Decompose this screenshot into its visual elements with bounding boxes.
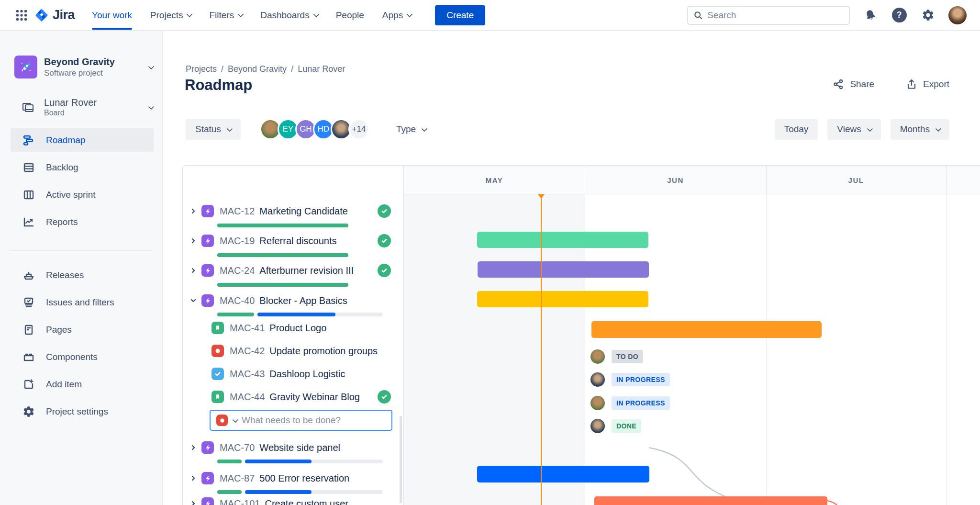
child-issue-row[interactable]: MAC-42 Update promotion groups [183,344,403,358]
gantt-bar-mac-24[interactable] [477,291,648,307]
create-issue-inline-form[interactable] [210,410,392,431]
sidebar-item-label: Components [46,352,98,362]
gantt-bar-mac-40[interactable] [591,321,822,338]
sidebar-item-label: Roadmap [46,135,85,146]
today-marker-line [541,194,542,505]
status-badge-in-progress: IN PROGRESS [612,373,670,386]
global-search[interactable] [687,6,850,25]
child-issue-row[interactable]: MAC-44 Gravity Webinar Blog [183,390,403,404]
project-sidebar: Beyond Gravity Software project Lunar Ro… [0,31,163,505]
nav-filters[interactable]: Filters [209,0,242,31]
epic-row[interactable]: MAC-24 Afterburner revision III [183,264,403,277]
epic-row[interactable]: MAC-12 Marketing Candidate [183,204,403,218]
user-avatar[interactable] [948,6,967,24]
sidebar-item-releases[interactable]: Releases [11,263,154,287]
epic-row[interactable]: MAC-70 Website side panel [183,441,403,454]
sidebar-item-label: Pages [46,325,72,335]
done-check-icon [378,204,391,218]
project-avatar-rocket-icon [14,56,37,79]
sidebar-item-components[interactable]: Components [11,345,154,369]
expand-chevron-right-icon[interactable] [190,268,196,273]
new-issue-input[interactable] [242,415,386,426]
assignee-avatar[interactable] [590,349,605,364]
create-button[interactable]: Create [435,5,485,25]
nav-projects[interactable]: Projects [150,0,191,31]
breadcrumb-project[interactable]: Beyond Gravity [228,64,287,74]
nav-your-work[interactable]: Your work [92,0,132,31]
collapse-chevron-down-icon[interactable] [190,298,196,303]
expand-chevron-right-icon[interactable] [190,238,196,244]
jira-roadmap-app: Jira Your work Projects Filters Dashboar… [0,0,980,505]
sidebar-item-label: Reports [46,217,78,227]
issue-title: Blocker - App Basics [259,295,347,306]
expand-chevron-right-icon[interactable] [190,475,196,481]
zoom-level-dropdown[interactable]: Months [891,119,949,140]
search-input[interactable] [707,10,843,21]
gantt-bar-mac-70[interactable] [477,466,649,483]
epic-type-icon [201,205,214,217]
epic-progress-bar [217,253,348,257]
type-filter-dropdown[interactable]: Type [396,124,426,135]
child-issue-row[interactable]: MAC-41 Product Logo [183,321,403,335]
export-button[interactable]: Export [906,79,949,90]
sidebar-item-backlog[interactable]: Backlog [11,156,154,179]
expand-chevron-right-icon[interactable] [190,208,196,214]
epic-row[interactable]: MAC-19 Referral discounts [183,234,403,247]
components-icon [22,351,35,363]
panel-scrollbar[interactable] [400,416,402,503]
nav-dashboards[interactable]: Dashboards [260,0,317,31]
sidebar-item-roadmap[interactable]: Roadmap [11,128,154,152]
sidebar-item-issues-filters[interactable]: Issues and filters [11,291,154,314]
expand-chevron-right-icon[interactable] [190,445,196,450]
assignee-avatar[interactable] [590,396,605,410]
assignee-avatar[interactable] [590,419,605,433]
sidebar-item-active-sprint[interactable]: Active sprint [11,183,154,206]
issue-title: Referral discounts [259,236,336,247]
epic-row-expanded[interactable]: MAC-40 Blocker - App Basics [183,294,403,307]
gantt-bar-mac-19[interactable] [478,261,649,278]
issue-key: MAC-40 [220,295,255,306]
nav-people[interactable]: People [336,0,364,31]
notifications-bell-icon[interactable] [862,7,879,23]
sidebar-divider [10,250,153,251]
done-check-icon [378,390,391,404]
board-switcher[interactable]: Lunar Rover Board [0,95,162,120]
board-icon [21,100,35,114]
issue-key: MAC-41 [230,323,265,334]
assignee-avatar[interactable] [590,372,605,387]
settings-gear-icon[interactable] [920,7,936,23]
topnav-left: Jira Your work Projects Filters Dashboar… [13,0,485,31]
sidebar-item-reports[interactable]: Reports [11,210,154,234]
issue-title: Product Logo [269,323,326,334]
gantt-bar-mac-12[interactable] [477,232,648,248]
app-switcher-icon[interactable] [13,7,30,23]
gantt-bar-mac-87[interactable] [594,496,827,505]
today-button[interactable]: Today [775,119,818,140]
share-button[interactable]: Share [833,79,874,90]
header-actions: Share Export [833,79,949,90]
page-title: Roadmap [185,77,252,94]
issue-key: MAC-101 [220,498,260,505]
epic-type-icon [201,235,214,247]
status-filter-button[interactable]: Status [186,119,241,140]
issue-type-chevron-down-icon[interactable] [233,416,239,423]
epic-row[interactable]: MAC-101 Create custom user [183,497,403,505]
story-type-icon [212,322,224,334]
epic-row[interactable]: MAC-87 500 Error reservation [183,471,403,485]
help-icon[interactable]: ? [891,7,907,23]
jira-logo[interactable]: Jira [34,8,75,22]
avatar-overflow-count[interactable]: +14 [348,119,369,140]
breadcrumb-board[interactable]: Lunar Rover [298,64,345,74]
views-dropdown[interactable]: Views [827,119,880,140]
project-switcher[interactable]: Beyond Gravity Software project [0,55,162,79]
chevron-down-icon [148,63,155,69]
child-issue-row[interactable]: MAC-43 Dashloop Logistic [183,367,403,381]
issue-title: Update promotion groups [269,346,378,357]
sidebar-item-project-settings[interactable]: Project settings [11,400,154,423]
month-header-may: MAY [404,166,585,194]
sidebar-item-pages[interactable]: Pages [11,318,154,341]
nav-apps[interactable]: Apps [382,0,411,31]
sidebar-item-add-item[interactable]: Add item [11,372,154,396]
expand-chevron-right-icon[interactable] [190,501,196,505]
breadcrumb-projects[interactable]: Projects [186,64,217,74]
